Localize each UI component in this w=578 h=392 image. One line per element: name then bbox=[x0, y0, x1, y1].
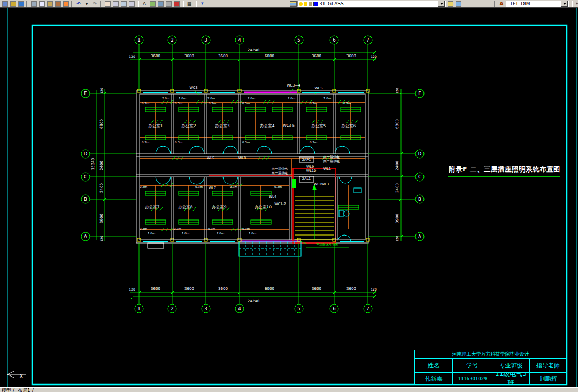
zoom-previous-icon[interactable] bbox=[128, 1, 135, 7]
plan-text: WL10 bbox=[306, 169, 316, 173]
plan-text: 办公室2 bbox=[181, 123, 196, 128]
grid-bubble-label: 2 bbox=[171, 306, 173, 311]
toolbar-separator bbox=[195, 1, 197, 7]
plan-text: 3600 bbox=[184, 54, 194, 58]
plan-text: WL7 bbox=[209, 186, 216, 190]
markup-icon[interactable] bbox=[173, 1, 180, 7]
plan-text: WC5 bbox=[314, 86, 322, 90]
toolbar-separator bbox=[182, 1, 184, 7]
canopy-grid bbox=[239, 241, 301, 256]
plan-text: 1.0m bbox=[323, 97, 331, 100]
grid-bubble-label: 3 bbox=[204, 37, 207, 43]
grid-bubble-label: 4 bbox=[238, 37, 241, 43]
plan-text: 2AP1 bbox=[302, 158, 311, 162]
undo-dropdown-icon[interactable]: ▾ bbox=[83, 1, 90, 7]
quick-calc-icon[interactable] bbox=[9, 1, 17, 7]
grid-bubble-label: 2 bbox=[171, 37, 173, 43]
text-style-icon[interactable]: A bbox=[498, 1, 505, 7]
grid-bubble-label: C bbox=[84, 174, 87, 179]
layers-icon[interactable] bbox=[289, 1, 297, 7]
plan-text: 三层雨水斗范围 bbox=[316, 242, 338, 247]
label-class: 专业班级 bbox=[492, 359, 530, 373]
grid-bubble-label: C bbox=[418, 174, 421, 179]
plan-text: WL5 bbox=[207, 156, 214, 160]
drawing-canvas[interactable]: 11223344556677EEDDCCBBAA2424012036003600… bbox=[0, 0, 578, 392]
tab-model[interactable]: 模型 bbox=[2, 388, 11, 392]
plan-text: 3900 bbox=[395, 214, 399, 223]
plan-text: 0.3m bbox=[209, 101, 216, 105]
redo-icon[interactable]: ↷ bbox=[91, 1, 98, 7]
plan-text: 120 bbox=[99, 236, 103, 242]
plan-text: 0.3m bbox=[175, 101, 182, 105]
layer-manager-icon[interactable] bbox=[149, 1, 156, 7]
ucs-icon: X bbox=[7, 371, 26, 380]
plan-text: 办公室9 bbox=[212, 205, 227, 209]
plan-text: WC3—4 bbox=[287, 83, 300, 88]
plan-text: 0.3m bbox=[310, 140, 317, 144]
layer-previous-icon[interactable] bbox=[454, 1, 462, 7]
plan-text: 0.3m bbox=[142, 101, 149, 105]
make-object-layer-current-icon[interactable] bbox=[446, 1, 454, 7]
title-block-header: 河南理工大学万方科技学院毕业设计 bbox=[415, 350, 566, 359]
toolbar-grip-icon[interactable]: ↦ bbox=[574, 1, 578, 7]
copy-icon[interactable] bbox=[38, 1, 45, 7]
help-icon[interactable]: ? bbox=[198, 1, 206, 7]
layer-combo[interactable]: 31_GLASS bbox=[297, 1, 446, 7]
edit-properties-icon[interactable] bbox=[62, 1, 70, 7]
browser-icon[interactable] bbox=[17, 1, 25, 7]
layer-combo-dropdown-arrow-icon[interactable] bbox=[438, 1, 445, 7]
grid-bubble-label: D bbox=[418, 151, 422, 156]
plan-text: 120 bbox=[99, 88, 103, 94]
grid-bubble-label: 1 bbox=[137, 37, 140, 43]
toolbar-separator bbox=[71, 1, 73, 7]
zoom-object-icon[interactable] bbox=[1, 1, 9, 7]
zoom-realtime-icon[interactable] bbox=[112, 1, 119, 7]
plan-text: 0.3m bbox=[230, 185, 237, 189]
plan-text: 3600 bbox=[312, 287, 321, 291]
style-combo[interactable]: _TEL_DIM bbox=[506, 1, 569, 7]
column-marker bbox=[366, 238, 369, 241]
plan-text: 办公室8 bbox=[178, 205, 193, 209]
plot-icon[interactable] bbox=[165, 1, 172, 7]
value-advisor: 荆鹏辉 bbox=[530, 373, 566, 385]
toolbar-separator bbox=[26, 1, 28, 7]
paste-icon[interactable] bbox=[46, 1, 53, 7]
plan-text: 0.3m bbox=[195, 185, 203, 189]
zoom-window-icon[interactable] bbox=[120, 1, 127, 7]
grid-bubble-label: D bbox=[84, 151, 88, 156]
grid-bubble-label: 6 bbox=[333, 37, 335, 43]
style-combo-value: _TEL_DIM bbox=[507, 1, 530, 6]
layer-freeze-sun-icon[interactable] bbox=[304, 2, 307, 6]
grid-bubble-label: A bbox=[418, 234, 421, 239]
wire-hatch bbox=[151, 120, 163, 123]
match-properties-icon[interactable] bbox=[54, 1, 61, 7]
plan-text: 向一层供电 bbox=[323, 155, 340, 159]
cut-icon[interactable] bbox=[30, 1, 37, 7]
wire-hatch bbox=[184, 120, 196, 123]
sheet-set-icon[interactable] bbox=[157, 1, 164, 7]
plan-text: 2.0m bbox=[207, 97, 215, 100]
undo-icon[interactable]: ↶ bbox=[75, 1, 82, 7]
plan-text: 向二层供电 bbox=[323, 159, 340, 163]
plan-text: WL3 bbox=[321, 182, 329, 186]
plan-text: 120 bbox=[129, 287, 135, 291]
toolbar: ↶▾↷A▦? 31_GLASS A _TEL_DIM ↦ bbox=[0, 0, 578, 8]
find-icon[interactable]: A bbox=[141, 1, 148, 7]
plan-text: 办公室3 bbox=[215, 123, 230, 128]
plan-text: 24240 bbox=[248, 299, 259, 303]
layer-lock-icon[interactable] bbox=[309, 2, 312, 6]
layer-color-swatch[interactable] bbox=[313, 2, 318, 6]
pan-icon[interactable] bbox=[104, 1, 111, 7]
plan-text: 2.0m bbox=[162, 97, 169, 100]
layer-on-bulb-icon[interactable] bbox=[299, 2, 303, 6]
plan-text: 0.3m bbox=[140, 227, 147, 230]
tab-layout1[interactable]: 布局1 bbox=[18, 388, 30, 392]
plan-text: 24240 bbox=[248, 48, 259, 52]
style-combo-dropdown-arrow-icon[interactable] bbox=[561, 1, 568, 7]
label-student-id: 学号 bbox=[453, 359, 492, 373]
porch bbox=[148, 243, 164, 248]
layer-combo-value: 31_GLASS bbox=[319, 1, 344, 6]
tab-divider: / bbox=[32, 388, 34, 392]
plan-text: WL8 bbox=[238, 156, 246, 160]
table-icon[interactable]: ▦ bbox=[186, 1, 193, 7]
